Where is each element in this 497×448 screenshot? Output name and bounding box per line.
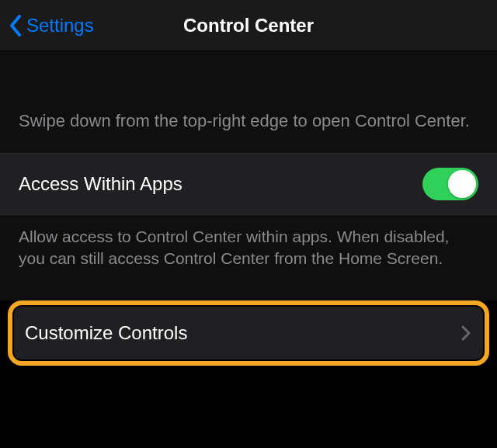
chevron-left-icon <box>9 15 22 36</box>
chevron-right-icon <box>461 325 471 341</box>
nav-bar: Settings Control Center <box>0 0 497 51</box>
back-label: Settings <box>26 15 94 36</box>
intro-description: Swipe down from the top-right edge to op… <box>0 51 497 153</box>
page-title: Control Center <box>183 15 314 36</box>
access-label: Access Within Apps <box>19 173 182 195</box>
customize-label: Customize Controls <box>25 322 187 344</box>
access-toggle[interactable] <box>422 168 478 200</box>
toggle-knob <box>448 170 476 198</box>
highlight-annotation: Customize Controls <box>8 300 489 366</box>
back-button[interactable]: Settings <box>0 15 94 36</box>
access-within-apps-row: Access Within Apps <box>0 153 497 215</box>
access-footer-text: Allow access to Control Center within ap… <box>0 215 497 301</box>
customize-controls-row[interactable]: Customize Controls <box>14 307 483 359</box>
